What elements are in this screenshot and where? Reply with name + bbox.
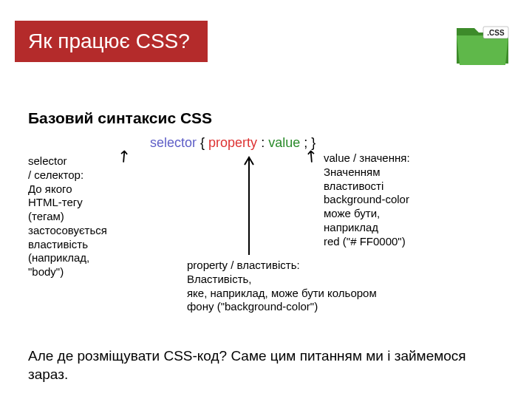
- token-value: value: [268, 135, 300, 150]
- footer-paragraph: Але де розміщувати CSS-код? Саме цим пит…: [28, 347, 486, 383]
- token-selector: selector: [150, 135, 197, 150]
- slide-title: Як працює CSS?: [28, 30, 190, 52]
- css-folder-icon: .CSS: [454, 22, 511, 68]
- arrow-icon: [242, 153, 256, 256]
- section-subtitle: Базовий синтаксис CSS: [28, 109, 212, 127]
- token-semicolon: ;: [304, 135, 307, 150]
- property-explanation: property / властивість: Властивість, яке…: [187, 259, 453, 314]
- selector-explanation: selector / селектор: До якого HTML-тегу …: [28, 154, 120, 279]
- token-colon: :: [261, 135, 265, 150]
- syntax-diagram: selector { property : value ; } ↗ ↗ sele…: [28, 129, 486, 336]
- logo-label: .CSS: [487, 29, 505, 37]
- syntax-example: selector { property : value ; }: [150, 135, 316, 151]
- token-property: property: [208, 135, 257, 150]
- slide-title-box: Як працює CSS?: [15, 21, 208, 62]
- token-open-brace: {: [200, 135, 205, 150]
- value-explanation: value / значення: Значенням властивості …: [324, 151, 486, 248]
